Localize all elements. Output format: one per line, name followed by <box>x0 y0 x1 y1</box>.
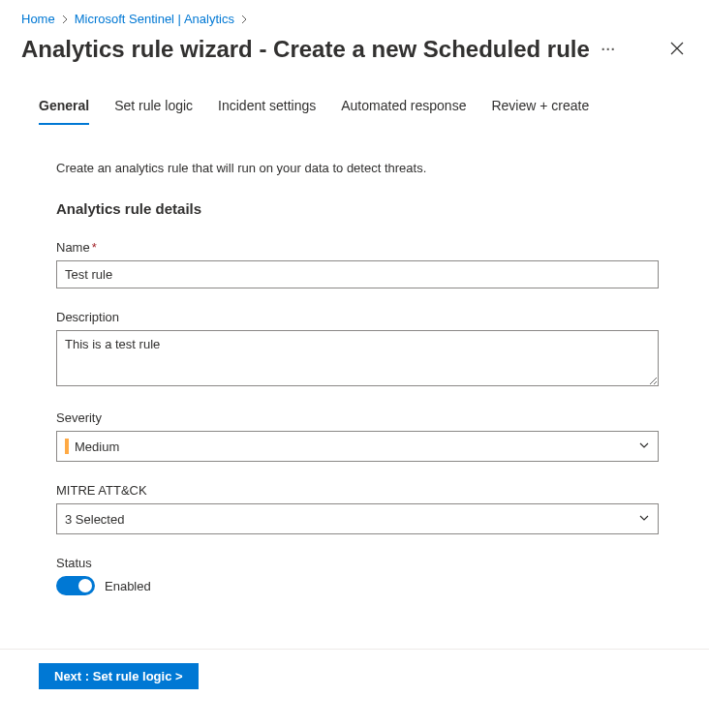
breadcrumb: Home Microsoft Sentinel | Analytics <box>21 12 688 26</box>
tabs: General Set rule logic Incident settings… <box>21 90 688 126</box>
required-indicator: * <box>92 240 97 255</box>
severity-color-bar <box>65 439 69 454</box>
severity-select[interactable]: Medium <box>56 431 659 462</box>
content-area: Create an analytics rule that will run o… <box>21 161 688 595</box>
page-title-text: Analytics rule wizard - Create a new Sch… <box>21 36 590 63</box>
name-input[interactable] <box>56 260 659 288</box>
chevron-down-icon <box>638 440 650 454</box>
severity-label: Severity <box>56 410 659 425</box>
breadcrumb-sentinel[interactable]: Microsoft Sentinel | Analytics <box>75 12 234 26</box>
mitre-label: MITRE ATT&CK <box>56 483 659 498</box>
severity-value-text: Medium <box>75 440 119 454</box>
close-button[interactable] <box>666 38 688 62</box>
field-severity: Severity Medium <box>56 410 659 462</box>
tab-automated-response[interactable]: Automated response <box>341 90 466 125</box>
description-input[interactable] <box>56 330 659 386</box>
status-toggle-row: Enabled <box>56 576 659 595</box>
status-label: Status <box>56 556 659 570</box>
tab-set-rule-logic[interactable]: Set rule logic <box>114 90 193 125</box>
field-status: Status Enabled <box>56 556 659 595</box>
name-label-text: Name <box>56 240 90 255</box>
field-mitre: MITRE ATT&CK 3 Selected <box>56 483 659 534</box>
intro-text: Create an analytics rule that will run o… <box>56 161 659 175</box>
breadcrumb-home[interactable]: Home <box>21 12 55 26</box>
mitre-value: 3 Selected <box>65 512 124 527</box>
more-actions-icon[interactable]: ··· <box>601 42 616 57</box>
status-value: Enabled <box>105 579 151 593</box>
field-name: Name* <box>56 240 659 288</box>
description-label: Description <box>56 310 659 324</box>
severity-value: Medium <box>65 439 119 454</box>
chevron-down-icon <box>638 512 650 527</box>
tab-incident-settings[interactable]: Incident settings <box>218 90 316 125</box>
toggle-thumb <box>78 579 92 592</box>
close-icon <box>670 44 684 58</box>
tab-general[interactable]: General <box>39 90 89 125</box>
footer: Next : Set rule logic > <box>0 649 709 689</box>
chevron-right-icon <box>61 14 69 25</box>
status-toggle[interactable] <box>56 576 95 595</box>
next-button[interactable]: Next : Set rule logic > <box>39 663 199 689</box>
mitre-select[interactable]: 3 Selected <box>56 503 659 534</box>
name-label: Name* <box>56 240 659 255</box>
field-description: Description <box>56 310 659 389</box>
tab-review-create[interactable]: Review + create <box>491 90 589 125</box>
chevron-right-icon <box>240 14 248 25</box>
title-row: Analytics rule wizard - Create a new Sch… <box>21 36 688 63</box>
page-title: Analytics rule wizard - Create a new Sch… <box>21 36 616 63</box>
section-title: Analytics rule details <box>56 200 659 217</box>
